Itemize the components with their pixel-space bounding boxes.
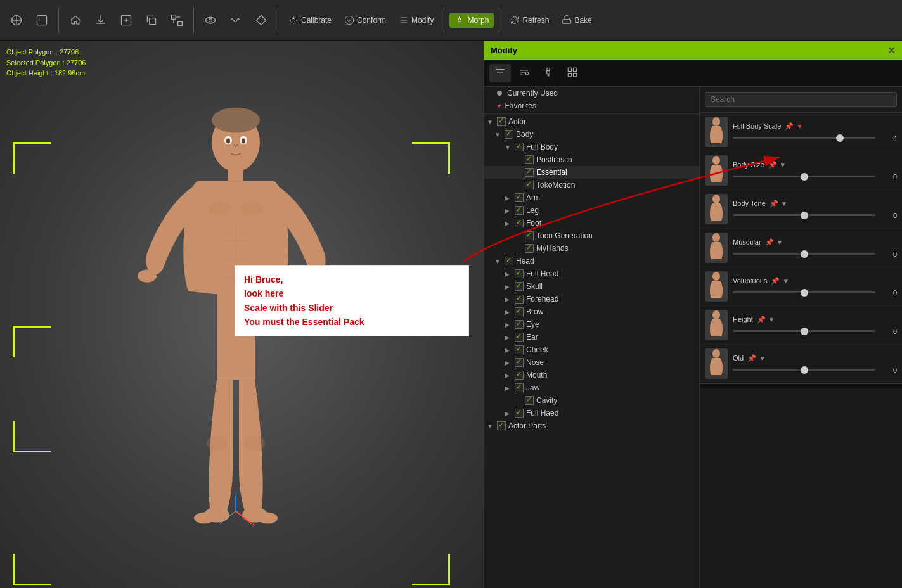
- mouth-expand[interactable]: ▶: [505, 372, 512, 379]
- fullbody-checkbox[interactable]: [515, 143, 524, 151]
- cheek-expand[interactable]: ▶: [505, 347, 512, 354]
- head-checkbox[interactable]: [505, 257, 513, 265]
- tree-leg[interactable]: ▶ Leg: [484, 204, 699, 217]
- search-input[interactable]: [705, 92, 897, 107]
- nose-checkbox[interactable]: [515, 358, 524, 367]
- tree-eye[interactable]: ▶ Eye: [484, 318, 699, 331]
- tree-nose[interactable]: ▶ Nose: [484, 356, 699, 369]
- slider-thumb-5[interactable]: [801, 328, 808, 335]
- tb-copy[interactable]: [140, 11, 163, 29]
- heart-icon-3[interactable]: ♥: [778, 238, 782, 246]
- viewport[interactable]: Object Polygon : 27706 Selected Polygon …: [0, 41, 484, 588]
- tab-filters[interactable]: [489, 64, 511, 82]
- slider-track-4[interactable]: [733, 291, 875, 293]
- tree-postfrosch[interactable]: Postfrosch: [484, 153, 699, 166]
- slider-track-0[interactable]: [733, 137, 875, 139]
- tree-skull[interactable]: ▶ Skull: [484, 280, 699, 293]
- actor-expand[interactable]: ▼: [487, 118, 494, 125]
- tree-panel[interactable]: Currently Used ♥ Favorites ▼ Actor ▼: [484, 87, 700, 588]
- tree-tokomotion[interactable]: TokoMotion: [484, 179, 699, 191]
- slider-thumb-6[interactable]: [801, 366, 808, 374]
- slider-track-5[interactable]: [733, 330, 875, 332]
- cheek-checkbox[interactable]: [515, 345, 524, 354]
- conform-button[interactable]: Conform: [339, 13, 391, 28]
- forehead-checkbox[interactable]: [515, 295, 524, 304]
- skull-expand[interactable]: ▶: [505, 283, 512, 290]
- pin-icon-4[interactable]: 📌: [771, 277, 780, 285]
- slider-thumb-4[interactable]: [801, 289, 808, 297]
- fullhead-expand[interactable]: ▶: [505, 271, 512, 278]
- postfrosch-checkbox[interactable]: [525, 155, 534, 164]
- forehead-expand[interactable]: ▶: [505, 296, 512, 303]
- calibrate-button[interactable]: Calibrate: [283, 13, 337, 28]
- tab-pose[interactable]: [538, 64, 559, 82]
- refresh-button[interactable]: Refresh: [505, 13, 554, 28]
- brow-expand[interactable]: ▶: [505, 309, 512, 316]
- cavity-checkbox[interactable]: [525, 396, 534, 405]
- slider-track-2[interactable]: [733, 214, 875, 216]
- nose-expand[interactable]: ▶: [505, 359, 512, 366]
- slider-track-1[interactable]: [733, 176, 875, 177]
- skull-checkbox[interactable]: [515, 282, 524, 291]
- modify-close-button[interactable]: ✕: [887, 44, 896, 56]
- tree-head[interactable]: ▼ Head: [484, 255, 699, 267]
- jaw-expand[interactable]: ▶: [505, 385, 512, 392]
- heart-icon-4[interactable]: ♥: [783, 277, 788, 284]
- tree-toon-generation[interactable]: Toon Generation: [484, 229, 699, 242]
- toon-checkbox[interactable]: [525, 231, 534, 240]
- tab-shaping[interactable]: [513, 64, 535, 82]
- leg-checkbox[interactable]: [515, 206, 524, 215]
- fullhaed-expand[interactable]: ▶: [505, 410, 512, 417]
- brow-checkbox[interactable]: [515, 307, 524, 316]
- slider-track-3[interactable]: [733, 253, 875, 255]
- leg-expand[interactable]: ▶: [505, 207, 512, 214]
- pin-icon-1[interactable]: 📌: [768, 161, 777, 169]
- body-checkbox[interactable]: [505, 130, 513, 139]
- foot-expand[interactable]: ▶: [505, 220, 512, 227]
- fullbody-expand[interactable]: ▼: [505, 144, 512, 151]
- tree-jaw[interactable]: ▶ Jaw: [484, 381, 699, 394]
- tree-brow[interactable]: ▶ Brow: [484, 305, 699, 318]
- arm-expand[interactable]: ▶: [505, 195, 512, 201]
- slider-thumb-2[interactable]: [801, 212, 808, 219]
- tree-arm[interactable]: ▶ Arm: [484, 191, 699, 204]
- tree-ear[interactable]: ▶ Ear: [484, 331, 699, 343]
- actorparts-expand[interactable]: ▼: [487, 423, 494, 430]
- tb-add[interactable]: [115, 11, 138, 29]
- tree-full-head[interactable]: ▶ Full Head: [484, 267, 699, 280]
- tb-download[interactable]: [89, 11, 112, 29]
- tree-actor-parts[interactable]: ▼ Actor Parts: [484, 419, 699, 432]
- tree-essential[interactable]: Essential: [484, 166, 699, 179]
- body-expand[interactable]: ▼: [494, 131, 502, 138]
- heart-icon-5[interactable]: ♥: [770, 316, 774, 323]
- tree-cavity[interactable]: Cavity: [484, 394, 699, 407]
- tree-myhands[interactable]: MyHands: [484, 242, 699, 255]
- tree-cheek[interactable]: ▶ Cheek: [484, 343, 699, 356]
- heart-icon-2[interactable]: ♥: [782, 200, 787, 207]
- pin-icon-5[interactable]: 📌: [757, 316, 766, 324]
- tree-foot[interactable]: ▶ Foot: [484, 217, 699, 229]
- heart-icon-0[interactable]: ♥: [797, 122, 802, 130]
- head-expand[interactable]: ▼: [494, 258, 502, 265]
- slider-thumb-0[interactable]: [836, 134, 844, 142]
- tb-eye[interactable]: [199, 11, 222, 29]
- home-button[interactable]: [5, 11, 28, 29]
- tree-favorites[interactable]: ♥ Favorites: [484, 99, 699, 112]
- tab-grid[interactable]: [562, 64, 583, 82]
- mouth-checkbox[interactable]: [515, 371, 524, 380]
- tree-actor[interactable]: ▼ Actor: [484, 115, 699, 128]
- fullhead-checkbox[interactable]: [515, 269, 524, 278]
- essential-checkbox[interactable]: [525, 168, 534, 177]
- myhands-checkbox[interactable]: [525, 244, 534, 253]
- ear-expand[interactable]: ▶: [505, 334, 512, 341]
- tree-full-body[interactable]: ▼ Full Body: [484, 141, 699, 153]
- tokomotion-checkbox[interactable]: [525, 181, 534, 189]
- slider-thumb-1[interactable]: [801, 173, 808, 181]
- eye-checkbox[interactable]: [515, 320, 524, 329]
- actorparts-checkbox[interactable]: [497, 421, 506, 430]
- pin-icon-2[interactable]: 📌: [770, 200, 778, 208]
- fullhaed-checkbox[interactable]: [515, 409, 524, 418]
- tree-body[interactable]: ▼ Body: [484, 128, 699, 141]
- eye-expand[interactable]: ▶: [505, 321, 512, 328]
- pin-icon-0[interactable]: 📌: [785, 122, 794, 131]
